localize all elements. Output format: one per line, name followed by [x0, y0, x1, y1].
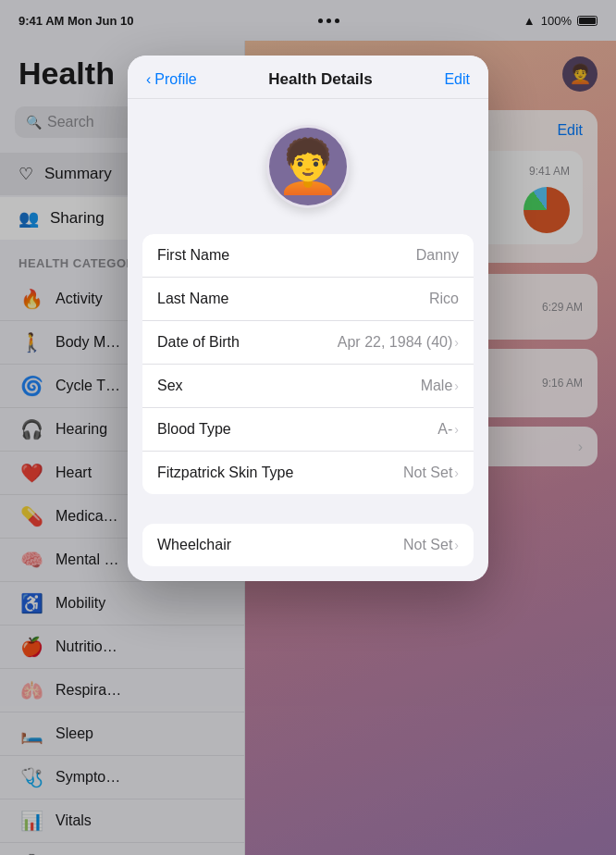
field-label-1: Last Name	[157, 291, 228, 307]
field-value-1: Rico	[429, 291, 459, 307]
user-avatar[interactable]: 🧑‍🦱	[266, 125, 350, 208]
wheelchair-value: Not Set ›	[403, 537, 459, 553]
modal-fields: First Name Danny Last Name Rico Date of …	[142, 234, 474, 494]
field-chevron-2: ›	[454, 335, 459, 350]
field-chevron-4: ›	[454, 422, 459, 437]
modal-back-button[interactable]: ‹ Profile	[146, 71, 197, 88]
modal-header: ‹ Profile Health Details Edit	[128, 56, 488, 99]
field-row-1: Last Name Rico	[142, 278, 474, 321]
modal-overlay: ‹ Profile Health Details Edit 🧑‍🦱 First …	[0, 0, 616, 855]
back-chevron-icon: ‹	[146, 71, 151, 88]
field-value-3: Male›	[421, 378, 459, 394]
field-value-5: Not Set›	[403, 465, 459, 481]
avatar-emoji: 🧑‍🦱	[276, 136, 340, 197]
field-row-5[interactable]: Fitzpatrick Skin Type Not Set›	[142, 452, 474, 494]
field-chevron-5: ›	[454, 465, 459, 480]
field-row-3[interactable]: Sex Male›	[142, 365, 474, 408]
field-value-0: Danny	[416, 247, 459, 264]
field-label-2: Date of Birth	[157, 334, 240, 351]
modal-edit-button[interactable]: Edit	[444, 71, 470, 88]
modal-avatar-section: 🧑‍🦱	[128, 99, 488, 234]
field-row-2[interactable]: Date of Birth Apr 22, 1984 (40)›	[142, 321, 474, 365]
field-value-4: A-›	[437, 421, 459, 438]
modal-wheelchair-section: Wheelchair Not Set ›	[142, 524, 474, 566]
field-chevron-3: ›	[454, 378, 459, 393]
field-label-0: First Name	[157, 247, 229, 264]
modal-title: Health Details	[268, 70, 372, 89]
wheelchair-chevron: ›	[454, 538, 459, 552]
health-details-modal: ‹ Profile Health Details Edit 🧑‍🦱 First …	[128, 56, 488, 581]
wheelchair-field[interactable]: Wheelchair Not Set ›	[142, 524, 474, 566]
field-label-4: Blood Type	[157, 421, 231, 438]
back-label: Profile	[154, 71, 196, 88]
field-value-2: Apr 22, 1984 (40)›	[338, 334, 459, 351]
field-row-4[interactable]: Blood Type A-›	[142, 408, 474, 452]
modal-spacer	[128, 509, 488, 524]
field-row-0: First Name Danny	[142, 234, 474, 278]
field-label-5: Fitzpatrick Skin Type	[157, 465, 293, 481]
field-label-3: Sex	[157, 378, 183, 394]
wheelchair-label: Wheelchair	[157, 537, 231, 553]
